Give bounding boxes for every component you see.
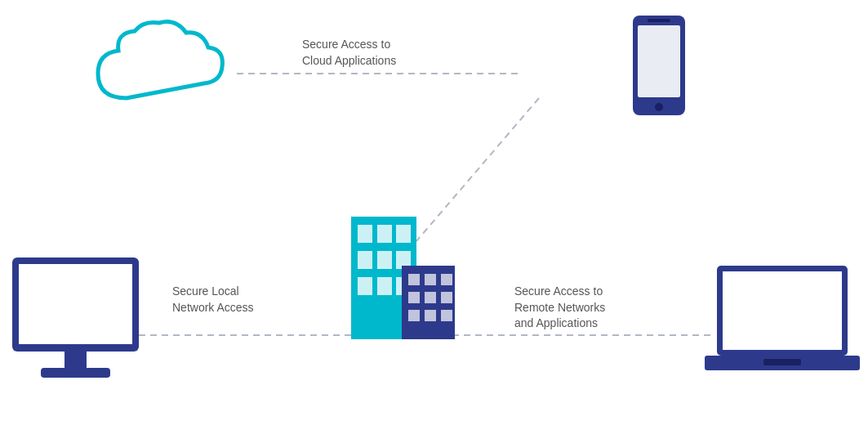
cloud-icon: [82, 16, 233, 122]
svg-rect-25: [408, 310, 420, 321]
svg-point-7: [655, 103, 663, 111]
svg-rect-22: [408, 292, 420, 303]
building-icon: [351, 208, 457, 343]
cloud-access-label: Secure Access to Cloud Applications: [302, 37, 396, 69]
svg-rect-9: [358, 225, 372, 243]
diagram-scene: Secure Access to Cloud Applications: [0, 0, 868, 421]
svg-rect-21: [441, 274, 452, 285]
laptop-icon: [705, 262, 860, 392]
svg-rect-30: [65, 352, 87, 369]
svg-rect-31: [41, 368, 110, 378]
svg-rect-10: [377, 225, 392, 243]
svg-rect-11: [396, 225, 411, 243]
svg-rect-23: [425, 292, 436, 303]
svg-rect-13: [377, 251, 392, 269]
local-access-label: Secure Local Network Access: [172, 284, 254, 316]
svg-rect-24: [441, 292, 452, 303]
phone-icon: [630, 12, 688, 122]
svg-rect-5: [638, 25, 680, 97]
svg-rect-29: [19, 264, 132, 344]
svg-rect-15: [358, 277, 372, 295]
svg-rect-35: [763, 359, 801, 365]
svg-rect-6: [648, 19, 670, 22]
svg-rect-12: [358, 251, 372, 269]
remote-access-label: Secure Access to Remote Networks and App…: [514, 284, 605, 332]
svg-rect-19: [408, 274, 420, 285]
svg-rect-26: [425, 310, 436, 321]
svg-rect-33: [723, 271, 842, 350]
svg-rect-27: [441, 310, 452, 321]
svg-rect-20: [425, 274, 436, 285]
svg-rect-16: [377, 277, 392, 295]
desktop-monitor-icon: [8, 253, 143, 392]
